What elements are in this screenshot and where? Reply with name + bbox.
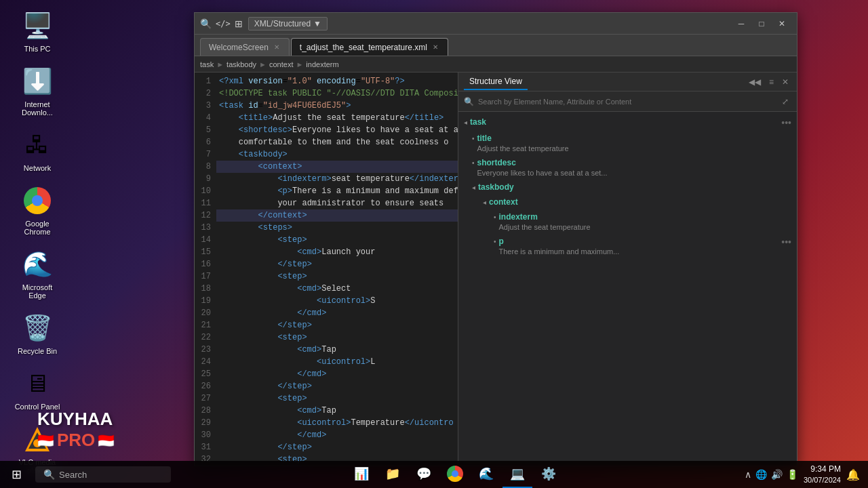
- tree-content-task: task: [470, 117, 486, 127]
- code-line-11: 11 your administrator to ensure seats: [195, 197, 458, 209]
- breadcrumb-indexterm[interactable]: indexterm: [306, 60, 338, 68]
- tab-welcomescreen[interactable]: WelcomeScreen ✕: [200, 38, 290, 56]
- tree-item-task[interactable]: ◂ task •••: [458, 115, 797, 131]
- tree-label-taskbody: taskbody: [478, 182, 514, 192]
- code-line-15: 15 <cmd>Launch your: [195, 246, 458, 258]
- tree-arrow-task: ◂: [464, 119, 467, 126]
- taskbar-app-edge[interactable]: 🌊: [471, 461, 501, 488]
- tree-label-p: p: [499, 237, 620, 246]
- close-button[interactable]: ✕: [772, 16, 791, 31]
- sys-tray: ∧ 🌐 🔊 🔋: [745, 469, 798, 480]
- taskbar-app-vscode[interactable]: 💻: [502, 461, 532, 488]
- panel-header: Structure View ◀◀ ≡ ✕: [458, 73, 797, 92]
- xml-dropdown[interactable]: XML/Structured ▼: [248, 17, 328, 30]
- search-icon[interactable]: 🔍: [200, 18, 212, 29]
- code-line-12: 12 </context>: [195, 209, 458, 222]
- tab-t-adjust-close[interactable]: ✕: [431, 43, 439, 51]
- tab-t-adjust[interactable]: t_adjust_the_seat_temperature.xml ✕: [291, 38, 448, 56]
- taskbar-search[interactable]: 🔍 Search: [35, 466, 171, 483]
- tree-item-indexterm[interactable]: • indexterm Adjust the seat temperature: [458, 209, 797, 234]
- breadcrumb-taskbody[interactable]: taskbody: [226, 60, 256, 68]
- taskbar-app-whatsapp[interactable]: 💬: [409, 461, 439, 488]
- notification-icon[interactable]: 🔔: [846, 468, 860, 481]
- tray-battery-icon[interactable]: 🔋: [787, 469, 798, 480]
- desktop-icon-chrome[interactable]: GoogleChrome: [7, 182, 68, 239]
- breadcrumb-context[interactable]: context: [269, 60, 293, 68]
- desktop: 🖥️ This PC ⬇️ InternetDownlo... 🖧 Networ…: [0, 0, 868, 488]
- breadcrumb-sep2: ►: [259, 60, 267, 68]
- tree-content-p: p There is a minimum and maximum...: [499, 237, 620, 256]
- tab-t-adjust-label: t_adjust_the_seat_temperature.xml: [300, 43, 427, 52]
- minimize-button[interactable]: ─: [732, 16, 751, 31]
- system-clock[interactable]: 9:34 PM 30/07/2024: [804, 464, 841, 485]
- tree-item-title[interactable]: • title Adjust the seat temperature: [458, 131, 797, 155]
- desktop-icon-edge[interactable]: 🌊 MicrosoftEdge: [7, 245, 68, 302]
- tray-network-icon[interactable]: 🌐: [755, 469, 767, 480]
- start-button[interactable]: ⊞: [0, 461, 33, 488]
- structure-panel: Structure View ◀◀ ≡ ✕ 🔍 ⤢: [458, 73, 797, 466]
- tray-expand-icon[interactable]: ∧: [745, 469, 751, 480]
- code-line-26: 26 </step>: [195, 380, 458, 392]
- code-icon[interactable]: </>: [216, 19, 231, 28]
- code-lines: 1 <?xml version="1.0" encoding="UTF-8"?>…: [195, 73, 458, 466]
- taskbar-apps: 📊 📁 💬 🌊 💻 ⚙️: [174, 461, 736, 488]
- panel-menu-icon[interactable]: ≡: [766, 76, 776, 88]
- code-line-3: 3 <task id="id_jw4FU6E6dEJ5">: [195, 100, 458, 112]
- tree-bullet-indexterm: •: [494, 214, 496, 221]
- desktop-icon-controlpanel[interactable]: 🖥 Control Panel: [7, 365, 68, 413]
- desktop-icon-recycle[interactable]: 🗑️ Recycle Bin: [7, 309, 68, 358]
- tree-item-taskbody[interactable]: ◂ taskbody: [458, 180, 797, 195]
- desktop-icon-idownload[interactable]: ⬇️ InternetDownlo...: [7, 62, 68, 119]
- flag-icon-right: 🇮🇩: [98, 432, 115, 449]
- maximize-button[interactable]: □: [752, 16, 771, 31]
- pro-text: PRO: [57, 430, 95, 451]
- code-line-10: 10 <p>There is a minimum and maximum def…: [195, 185, 458, 197]
- tree-label-title: title: [477, 134, 569, 143]
- breadcrumb-bar: task ► taskbody ► context ► indexterm: [195, 56, 797, 73]
- struct-search-expand-icon[interactable]: ⤢: [779, 96, 791, 108]
- tree-dots-p[interactable]: •••: [781, 237, 791, 247]
- layout-icon[interactable]: ⊞: [235, 18, 243, 29]
- tab-bar: WelcomeScreen ✕ t_adjust_the_seat_temper…: [195, 35, 797, 56]
- desktop-icon-recycle-label: Recycle Bin: [18, 347, 57, 355]
- tree-bullet-title: •: [472, 135, 475, 142]
- tree-bullet-shortdesc: •: [472, 159, 475, 167]
- tab-welcomescreen-close[interactable]: ✕: [273, 43, 281, 51]
- code-line-2: 2 <!DOCTYPE task PUBLIC "-//OASIS//DTD D…: [195, 87, 458, 100]
- desktop-icon-network-label: Network: [24, 164, 51, 172]
- taskbar-app-fileexplorer[interactable]: 📁: [378, 461, 408, 488]
- tree-item-shortdesc[interactable]: • shortdesc Everyone likes to have a sea…: [458, 155, 797, 180]
- taskbar-search-icon: 🔍: [43, 469, 55, 480]
- code-line-29: 29 <uicontrol>Temperature</uicontro: [195, 417, 458, 429]
- code-line-31: 31 </step>: [195, 441, 458, 453]
- taskbar-app-settings[interactable]: ⚙️: [534, 461, 564, 488]
- tree-dots-task[interactable]: •••: [781, 117, 791, 128]
- panel-tab-structure[interactable]: Structure View: [464, 74, 528, 90]
- breadcrumb-task[interactable]: task: [200, 60, 214, 68]
- panel-close-icon[interactable]: ✕: [779, 76, 791, 88]
- tray-volume-icon[interactable]: 🔊: [771, 469, 783, 480]
- struct-search-input[interactable]: [478, 98, 775, 106]
- tree-content-title: title Adjust the seat temperature: [477, 134, 569, 152]
- code-editor[interactable]: 1 <?xml version="1.0" encoding="UTF-8"?>…: [195, 73, 458, 466]
- taskbar-app-chrome[interactable]: [440, 461, 470, 488]
- tree-label-context: context: [489, 197, 518, 207]
- tree-item-context[interactable]: ◂ context: [458, 195, 797, 209]
- tree-sub-shortdesc: Everyone likes to have a seat at a set..…: [477, 169, 608, 177]
- desktop-icon-network[interactable]: 🖧 Network: [7, 126, 68, 175]
- desktop-icon-thispc-label: This PC: [24, 45, 50, 53]
- taskbar-app-widgets[interactable]: 📊: [347, 461, 376, 488]
- code-line-13: 13 <steps>: [195, 222, 458, 234]
- desktop-icon-thispc[interactable]: 🖥️ This PC: [7, 7, 68, 56]
- panel-collapse-icon[interactable]: ◀◀: [746, 76, 764, 88]
- desktop-icon-idownload-label: InternetDownlo...: [22, 100, 53, 117]
- code-line-7: 7 <taskbody>: [195, 148, 458, 161]
- tree-content-shortdesc: shortdesc Everyone likes to have a seat …: [477, 158, 608, 177]
- tab-welcomescreen-label: WelcomeScreen: [209, 43, 269, 52]
- title-bar: 🔍 </> ⊞ XML/Structured ▼ ─ □ ✕: [195, 13, 797, 35]
- taskbar-right: ∧ 🌐 🔊 🔋 9:34 PM 30/07/2024 🔔: [736, 464, 868, 485]
- code-line-20: 20 </cmd>: [195, 307, 458, 319]
- tree-label-shortdesc: shortdesc: [477, 158, 608, 167]
- code-line-21: 21 </step>: [195, 319, 458, 331]
- tree-item-p[interactable]: • p There is a minimum and maximum... ••…: [458, 234, 797, 258]
